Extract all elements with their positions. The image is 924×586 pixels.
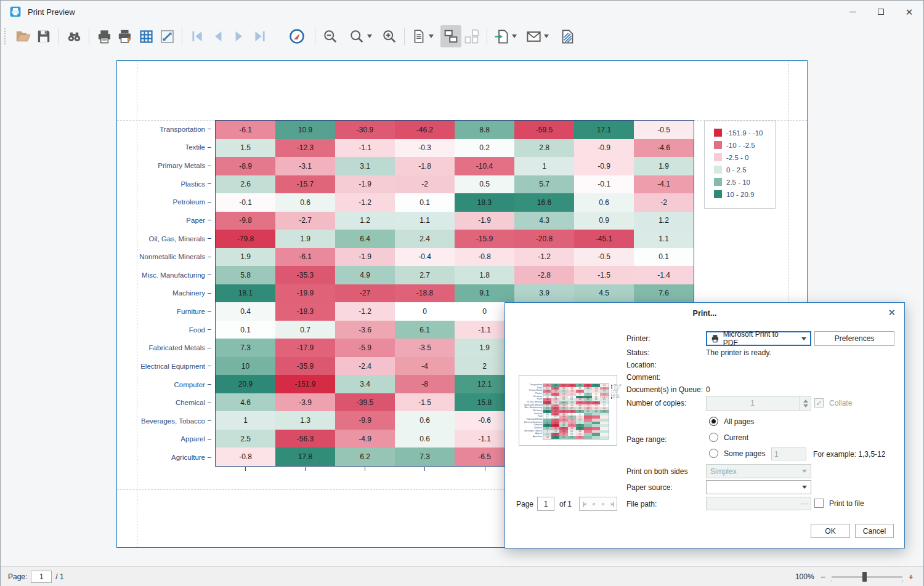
- open-button[interactable]: [12, 25, 33, 47]
- legend-label: 10 - 20.9: [726, 191, 754, 198]
- last-page-icon[interactable]: »|: [610, 501, 613, 507]
- cancel-button[interactable]: Cancel: [855, 524, 894, 538]
- current-option[interactable]: Current: [709, 433, 748, 442]
- heatmap-cell: -19.9: [275, 284, 335, 303]
- heatmap-cell: 7.3: [216, 339, 275, 357]
- current-radio[interactable]: [709, 433, 718, 442]
- printer-icon: [711, 334, 719, 343]
- first-page-icon: [189, 28, 205, 44]
- axis-tick: [208, 348, 211, 348]
- print-button[interactable]: [94, 25, 115, 47]
- heatmap-cell: -0.8: [216, 448, 275, 466]
- toolbar-grip[interactable]: [4, 28, 7, 44]
- zoom-in-button[interactable]: [379, 25, 400, 47]
- maximize-button[interactable]: [867, 1, 895, 23]
- some-pages-radio[interactable]: [709, 449, 718, 458]
- email-button[interactable]: [524, 25, 551, 47]
- zoom-out-minus[interactable]: −: [821, 572, 825, 582]
- save-button[interactable]: [33, 25, 54, 47]
- collate-option[interactable]: ✓ Collate: [814, 398, 852, 407]
- zoom-in-plus[interactable]: +: [909, 572, 914, 582]
- heatmap-cell: -1.4: [634, 266, 694, 284]
- all-pages-option[interactable]: All pages: [709, 417, 754, 426]
- heatmap-cell: 1.9: [216, 248, 275, 267]
- copies-input[interactable]: 1: [706, 396, 811, 411]
- ok-button[interactable]: OK: [811, 524, 850, 538]
- previous-page-icon[interactable]: «: [593, 501, 595, 507]
- queue-label: Document(s) in Queue:: [626, 385, 703, 394]
- zoom-slider[interactable]: [832, 576, 902, 578]
- zoom-out-button[interactable]: [320, 25, 341, 47]
- toolbar-separator: [59, 28, 59, 45]
- facing-pages-button[interactable]: [440, 25, 461, 47]
- first-page-button[interactable]: [187, 25, 208, 47]
- zoom-dropdown-button[interactable]: [347, 25, 374, 47]
- thumbnail-cell: 17.8: [551, 436, 559, 439]
- axis-tick: [208, 129, 211, 129]
- next-page-icon[interactable]: »: [601, 501, 604, 507]
- collate-label: Collate: [829, 399, 852, 407]
- dialog-page-input[interactable]: 1: [537, 497, 554, 511]
- legend-swatch: [714, 178, 722, 186]
- legend-item: 0 - 2.5: [714, 166, 775, 174]
- some-pages-option[interactable]: Some pages: [709, 449, 765, 458]
- heatmap-cell: -12.3: [275, 139, 335, 158]
- heatmap-cell: -20.8: [514, 230, 574, 248]
- heatmap-cell: -3.5: [395, 339, 455, 357]
- heatmap-cell: -3.6: [335, 321, 395, 339]
- export-button[interactable]: [492, 25, 519, 47]
- heatmap-cell: -0.3: [395, 139, 455, 158]
- quick-print-button[interactable]: [115, 25, 136, 47]
- dialog-close-button[interactable]: ✕: [888, 307, 896, 318]
- last-page-button[interactable]: [249, 25, 270, 47]
- heatmap-cell: -9.8: [216, 212, 275, 230]
- paper-source-select[interactable]: [706, 480, 811, 494]
- dialog-page-value: 1: [544, 500, 548, 508]
- print-to-file-option[interactable]: Print to file: [814, 499, 864, 508]
- preferences-button[interactable]: Preferences: [814, 331, 894, 346]
- statusbar-page-input[interactable]: 1: [31, 571, 52, 583]
- export-icon: [493, 28, 510, 45]
- all-pages-radio[interactable]: [709, 417, 718, 426]
- page-layout-button[interactable]: [409, 25, 436, 47]
- printer-select[interactable]: Microsoft Print to PDF: [706, 331, 811, 346]
- continuous-pages-button[interactable]: [461, 25, 482, 47]
- some-pages-input[interactable]: 1: [771, 448, 806, 460]
- watermark-button[interactable]: [557, 25, 578, 47]
- scale-icon: [159, 28, 176, 45]
- close-button[interactable]: ✕: [895, 1, 923, 23]
- copies-spinner[interactable]: [800, 396, 808, 410]
- heatmap-cell: -9.9: [335, 411, 395, 430]
- heatmap-cell: 0.2: [455, 139, 514, 158]
- heatmap-cell: -4.9: [335, 430, 395, 448]
- zoom-slider-thumb[interactable]: [862, 572, 867, 582]
- collate-checkbox[interactable]: ✓: [814, 398, 824, 407]
- heatmap-cell: -10.4: [455, 157, 514, 175]
- ellipsis-button[interactable]: ···: [801, 499, 808, 508]
- save-icon: [36, 28, 52, 44]
- printer-icon: [96, 28, 113, 45]
- next-page-button[interactable]: [229, 25, 249, 47]
- heatmap-cell: 1.9: [275, 230, 335, 248]
- both-sides-select[interactable]: Simplex: [706, 464, 811, 478]
- page-setup-button[interactable]: [136, 25, 156, 47]
- heatmap-cell: -4: [395, 357, 455, 375]
- find-button[interactable]: [63, 25, 84, 47]
- thumbnail-cell: 6.2: [559, 436, 567, 439]
- heatmap-cell: 1.9: [634, 157, 694, 175]
- some-pages-value: 1: [774, 450, 779, 459]
- chevron-down-icon: [802, 470, 807, 473]
- legend-label: 2.5 - 10: [726, 179, 750, 186]
- heatmap-cell: -1.9: [455, 212, 514, 230]
- heatmap-cell: 4.9: [335, 266, 395, 284]
- first-page-icon[interactable]: |«: [583, 501, 586, 507]
- minimize-button[interactable]: [838, 1, 867, 23]
- heatmap-cell: 2.7: [395, 266, 455, 284]
- file-path-input[interactable]: ···: [706, 497, 811, 510]
- heatmap-cell: -18.8: [395, 284, 455, 303]
- print-to-file-checkbox[interactable]: [814, 499, 824, 508]
- scale-button[interactable]: [156, 25, 177, 47]
- maximize-icon: [878, 9, 884, 15]
- previous-page-button[interactable]: [208, 25, 229, 47]
- hand-tool-button[interactable]: [286, 25, 307, 47]
